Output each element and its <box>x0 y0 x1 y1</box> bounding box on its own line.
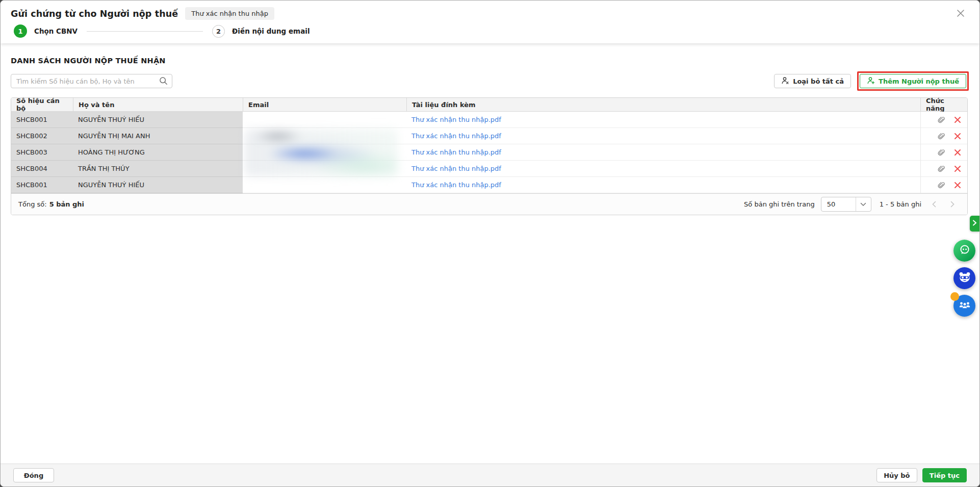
section-title: DANH SÁCH NGƯỜI NỘP THUẾ NHẬN <box>11 57 166 65</box>
close-icon[interactable] <box>955 8 966 19</box>
floating-support-buttons <box>953 240 975 317</box>
cell-name: TRẦN THỊ THÚY <box>73 161 243 177</box>
user-x-icon <box>781 76 789 86</box>
prev-page-icon[interactable] <box>931 200 938 208</box>
delete-row-icon[interactable] <box>954 182 961 189</box>
step-2-circle: 2 <box>212 25 225 38</box>
page-size-label: Số bản ghi trên trang <box>744 200 815 208</box>
people-group-icon <box>958 298 971 313</box>
cell-email <box>243 177 406 193</box>
cell-code: SHCB003 <box>11 144 73 161</box>
stepper: 1 Chọn CBNV 2 Điền nội dung email <box>14 24 979 38</box>
dialog-header: Gửi chứng từ cho Người nộp thuế Thư xác … <box>1 1 979 43</box>
stepper-connector <box>87 31 203 32</box>
chat-bubble-bot-icon <box>958 243 971 258</box>
add-taxpayer-label: Thêm Người nộp thuế <box>879 78 959 85</box>
paperclip-icon[interactable] <box>937 165 945 173</box>
attachment-link[interactable]: Thư xác nhận thu nhập.pdf <box>411 181 501 189</box>
add-taxpayer-button[interactable]: Thêm Người nộp thuế <box>860 74 966 88</box>
cell-actions <box>920 144 967 161</box>
close-button[interactable]: Đóng <box>13 468 54 482</box>
record-range-label: 1 - 5 bản ghi <box>880 200 921 208</box>
cell-name: HOÀNG THỊ HƯƠNG <box>73 144 243 161</box>
cell-code: SHCB001 <box>11 177 73 193</box>
taxpayer-table: Số hiệu cán bộ Họ và tên Email Tài liệu … <box>11 97 968 215</box>
send-documents-dialog: Gửi chứng từ cho Người nộp thuế Thư xác … <box>0 0 980 487</box>
search-wrap <box>11 74 172 88</box>
cell-attachment: Thư xác nhận thu nhập.pdf <box>406 161 920 177</box>
table-row: SHCB001 NGUYỄN THUÝ HIẾU Thư xác nhận th… <box>11 112 967 128</box>
page-size-value: 50 <box>821 200 856 208</box>
chevron-right-icon <box>972 220 977 227</box>
cell-attachment: Thư xác nhận thu nhập.pdf <box>406 112 920 128</box>
chevron-down-icon <box>856 197 871 211</box>
col-header-code: Số hiệu cán bộ <box>11 98 73 111</box>
delete-row-icon[interactable] <box>954 165 961 172</box>
attachment-link[interactable]: Thư xác nhận thu nhập.pdf <box>411 165 501 172</box>
delete-row-icon[interactable] <box>954 116 961 123</box>
step-1-label: Chọn CBNV <box>34 27 78 35</box>
table-row: SHCB004 TRẦN THỊ THÚY Thư xác nhận thu n… <box>11 161 967 177</box>
user-plus-icon <box>867 76 875 86</box>
col-header-email: Email <box>243 98 406 111</box>
cell-actions <box>920 112 967 128</box>
continue-button[interactable]: Tiếp tục <box>922 468 967 482</box>
total-label: Tổng số: <box>18 200 47 208</box>
remove-all-button[interactable]: Loại bỏ tất cả <box>774 74 851 88</box>
cell-actions <box>920 177 967 193</box>
cell-actions <box>920 161 967 177</box>
total-value: 5 bản ghi <box>49 200 84 208</box>
cell-name: NGUYỄN THUÝ HIẾU <box>73 177 243 193</box>
paperclip-icon[interactable] <box>937 181 945 189</box>
chatbot-button[interactable] <box>953 240 975 262</box>
community-button[interactable] <box>953 295 975 317</box>
table-row: SHCB003 HOÀNG THỊ HƯƠNG Thư xác nhận thu… <box>11 144 967 161</box>
attachment-link[interactable]: Thư xác nhận thu nhập.pdf <box>411 116 501 123</box>
attachment-link[interactable]: Thư xác nhận thu nhập.pdf <box>411 148 501 156</box>
cell-attachment: Thư xác nhận thu nhập.pdf <box>406 128 920 144</box>
delete-row-icon[interactable] <box>954 149 961 156</box>
cell-email <box>243 128 406 144</box>
cell-code: SHCB002 <box>11 128 73 144</box>
cell-attachment: Thư xác nhận thu nhập.pdf <box>406 177 920 193</box>
table-row: SHCB002 NGUYỄN THỊ MAI ANH Thư xác nhận … <box>11 128 967 144</box>
cell-email <box>243 112 406 128</box>
document-type-badge: Thư xác nhận thu nhập <box>185 7 274 20</box>
cell-code: SHCB001 <box>11 112 73 128</box>
cell-email <box>243 161 406 177</box>
cell-actions <box>920 128 967 144</box>
cell-email <box>243 144 406 161</box>
remove-all-label: Loại bỏ tất cả <box>793 78 844 85</box>
attachment-link[interactable]: Thư xác nhận thu nhập.pdf <box>411 132 501 140</box>
dialog-footer: Đóng Hủy bỏ Tiếp tục <box>1 464 979 486</box>
assistant-button[interactable] <box>953 267 975 289</box>
step-2-label: Điền nội dung email <box>232 27 310 35</box>
col-header-name: Họ và tên <box>73 98 243 111</box>
table-footer: Tổng số: 5 bản ghi Số bản ghi trên trang… <box>11 193 967 215</box>
search-icon[interactable] <box>159 76 168 87</box>
search-input[interactable] <box>11 74 172 88</box>
delete-row-icon[interactable] <box>954 133 961 140</box>
col-header-actions: Chức năng <box>920 98 967 111</box>
step-1-circle: 1 <box>14 24 27 38</box>
paperclip-icon[interactable] <box>937 148 945 157</box>
table-row: SHCB001 NGUYỄN THUÝ HIẾU Thư xác nhận th… <box>11 177 967 193</box>
cell-name: NGUYỄN THUÝ HIẾU <box>73 112 243 128</box>
toolbar: Loại bỏ tất cả Thêm Người nộp thuế <box>11 72 969 90</box>
table-header-row: Số hiệu cán bộ Họ và tên Email Tài liệu … <box>11 98 967 112</box>
annotation-highlight-box: Thêm Người nộp thuế <box>857 71 969 91</box>
dialog-title: Gửi chứng từ cho Người nộp thuế <box>11 9 178 19</box>
expand-panel-tab[interactable] <box>970 216 979 232</box>
paperclip-icon[interactable] <box>937 116 945 124</box>
page-size-select[interactable]: 50 <box>821 197 871 212</box>
cancel-button[interactable]: Hủy bỏ <box>876 468 917 482</box>
paperclip-icon[interactable] <box>937 132 945 140</box>
cell-name: NGUYỄN THỊ MAI ANH <box>73 128 243 144</box>
cell-attachment: Thư xác nhận thu nhập.pdf <box>406 144 920 161</box>
col-header-attachment: Tài liệu đính kèm <box>406 98 920 111</box>
cell-code: SHCB004 <box>11 161 73 177</box>
next-page-icon[interactable] <box>948 200 956 208</box>
panda-face-icon <box>958 270 972 286</box>
